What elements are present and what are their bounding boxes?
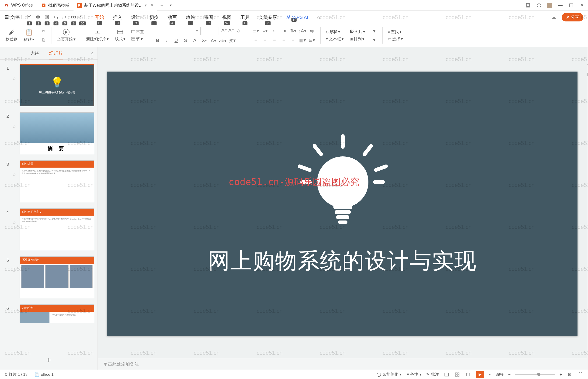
smart-beautify-button[interactable]: ◯ 智能美化 ▾: [377, 372, 402, 377]
maximize-icon[interactable]: [568, 2, 574, 9]
shape-button[interactable]: ◇ 形状 ▾: [326, 29, 344, 34]
panel-tab-outline[interactable]: 大纲: [30, 50, 40, 60]
avatar-icon[interactable]: [546, 2, 553, 9]
zoom-in-icon[interactable]: +: [559, 372, 562, 377]
share-button[interactable]: ↗ 分享: [562, 13, 583, 21]
star-icon[interactable]: ☆: [12, 220, 16, 225]
change-case-icon[interactable]: 变▾: [229, 37, 236, 44]
clear-format-icon[interactable]: ◇: [235, 27, 242, 34]
tab-design[interactable]: 设计G: [131, 14, 140, 20]
cube-icon[interactable]: [536, 2, 542, 9]
doc-tab[interactable]: P 基于Web的网上购物系统的设... ▾ ✕: [73, 0, 157, 11]
thumbnail-2[interactable]: 摘 要: [20, 112, 94, 154]
play-icon[interactable]: 6: [71, 15, 77, 20]
panel-tab-slides[interactable]: 幻灯片: [49, 50, 63, 60]
file-menu[interactable]: ☰ 文件 F: [5, 14, 20, 20]
cloud-icon[interactable]: ☁: [551, 14, 556, 20]
zoom-out-icon[interactable]: −: [508, 372, 511, 377]
strikethrough-icon[interactable]: S: [182, 37, 189, 44]
tab-wpsai[interactable]: WPS AI: [286, 15, 308, 20]
tab-review[interactable]: 审阅R: [204, 14, 213, 20]
redo-icon[interactable]: 5: [62, 15, 68, 20]
thumbnail-1[interactable]: 💡 网上购物系统的设计与实现: [20, 64, 94, 106]
text-effect-icon[interactable]: A: [191, 37, 198, 44]
canvas-area[interactable]: 网上购物系统的设计与实现: [98, 47, 587, 358]
tab-transition[interactable]: 切换T: [149, 14, 159, 20]
minimize-icon[interactable]: —: [557, 2, 564, 9]
doc-dropdown-icon[interactable]: ▾: [145, 3, 147, 8]
sidebar-tool-3-icon[interactable]: ⊞: [587, 71, 588, 77]
align-left-icon[interactable]: ≡: [252, 37, 259, 44]
tab-member[interactable]: 会员专享K: [259, 14, 277, 20]
tab-view[interactable]: 视图W: [222, 14, 232, 20]
play-dropdown-icon[interactable]: ▾00: [80, 15, 85, 20]
add-slide-button[interactable]: +: [0, 350, 98, 370]
print-icon[interactable]: 2: [35, 15, 41, 20]
align-right-icon[interactable]: ≡: [271, 37, 278, 44]
highlight-icon[interactable]: ab▾: [219, 37, 226, 44]
chart-icon[interactable]: ▾: [371, 36, 378, 43]
font-family-select[interactable]: ▾: [154, 27, 201, 35]
play-dropdown[interactable]: ▾: [489, 372, 491, 377]
textbox-button[interactable]: A 文本框 ▾: [326, 36, 344, 42]
superscript-icon[interactable]: X²: [201, 37, 208, 44]
decrease-font-icon[interactable]: A⁻: [228, 27, 235, 34]
arrange-button[interactable]: ⊞ 排列 ▾: [350, 36, 365, 42]
zoom-slider[interactable]: [515, 374, 555, 375]
current-slide[interactable]: 网上购物系统的设计与实现: [107, 72, 577, 336]
reading-view-icon[interactable]: [465, 372, 471, 378]
vertical-align-icon[interactable]: ⊟▾: [308, 37, 315, 44]
comment-toggle[interactable]: ✎ 批注: [426, 372, 439, 377]
thumbnail-5[interactable]: 系统开发环境: [20, 256, 94, 298]
tab-menu-icon[interactable]: ▾: [167, 3, 175, 7]
format-painter-group[interactable]: 🖌 格式刷: [3, 29, 20, 42]
close-icon[interactable]: ✕: [151, 3, 153, 7]
font-size-select[interactable]: [202, 27, 218, 35]
star-icon[interactable]: ☆: [12, 124, 16, 129]
from-current-group[interactable]: 当页开始 ▾: [55, 29, 78, 42]
star-icon[interactable]: ☆: [12, 268, 16, 273]
tab-tools[interactable]: 工具L: [240, 14, 250, 20]
reset-button[interactable]: 重置: [131, 29, 144, 34]
app-tab-template[interactable]: 找稻壳模板: [37, 0, 73, 11]
slide-title[interactable]: 网上购物系统的设计与实现: [208, 246, 477, 276]
align-center-icon[interactable]: ≡: [262, 37, 269, 44]
notes-pane[interactable]: 单击此处添加备注: [98, 358, 587, 370]
tab-start[interactable]: 开始H: [95, 14, 104, 20]
picture-button[interactable]: 🖼 图片 ▾: [350, 29, 365, 34]
number-list-icon[interactable]: ≡▾: [262, 27, 269, 34]
thumbnail-3[interactable]: 研究背景 随着计算机和网络技术的迅速发展，计算机的应用已逐步进入到社会的各个领域…: [20, 160, 94, 202]
spacing-icon[interactable]: ⇆: [308, 27, 315, 34]
increase-font-icon[interactable]: A⁺: [221, 27, 228, 34]
copy-icon[interactable]: ⧉: [40, 37, 47, 44]
distributed-icon[interactable]: ≡: [290, 37, 297, 44]
select-button[interactable]: ▭ 选择 ▾: [388, 36, 403, 42]
columns-icon[interactable]: ▥▾: [299, 37, 306, 44]
decrease-indent-icon[interactable]: ⇤: [271, 27, 278, 34]
star-icon[interactable]: ☆: [12, 76, 16, 81]
smart-art-icon[interactable]: ▾: [371, 28, 378, 34]
thumbnail-6[interactable]: Java介绍 Java是一门面向对象编程语言...: [20, 304, 94, 323]
new-slide-group[interactable]: 新建幻灯片 ▾: [84, 29, 111, 42]
layout-group[interactable]: 版式 ▾: [113, 29, 128, 42]
tab-insert[interactable]: 插入N: [113, 14, 122, 20]
collapse-panel-icon[interactable]: ‹: [91, 50, 93, 56]
fit-view-icon[interactable]: ⊡: [567, 372, 572, 378]
app-tab-wps[interactable]: WPS Office: [0, 0, 37, 11]
bullet-list-icon[interactable]: ☰▾: [252, 27, 259, 34]
cut-icon[interactable]: ✂: [40, 27, 47, 34]
window-layout-icon[interactable]: [525, 2, 532, 9]
italic-icon[interactable]: I: [163, 37, 170, 44]
find-button[interactable]: ⌕ 查找 ▾: [388, 29, 403, 34]
bold-icon[interactable]: B: [154, 37, 161, 44]
text-direction-icon[interactable]: ⇅▾: [290, 27, 297, 34]
normal-view-icon[interactable]: [444, 372, 450, 378]
search-icon[interactable]: ⌕: [317, 14, 320, 20]
sorter-view-icon[interactable]: [454, 372, 460, 378]
new-tab-button[interactable]: +: [157, 2, 167, 8]
tab-animation[interactable]: 动画A: [168, 14, 177, 20]
close-window-icon[interactable]: ✕: [579, 2, 585, 9]
fullscreen-icon[interactable]: ⛶: [577, 372, 583, 378]
star-icon[interactable]: ☆: [12, 172, 16, 177]
paste-group[interactable]: 📋 粘贴 ▾: [21, 29, 37, 42]
